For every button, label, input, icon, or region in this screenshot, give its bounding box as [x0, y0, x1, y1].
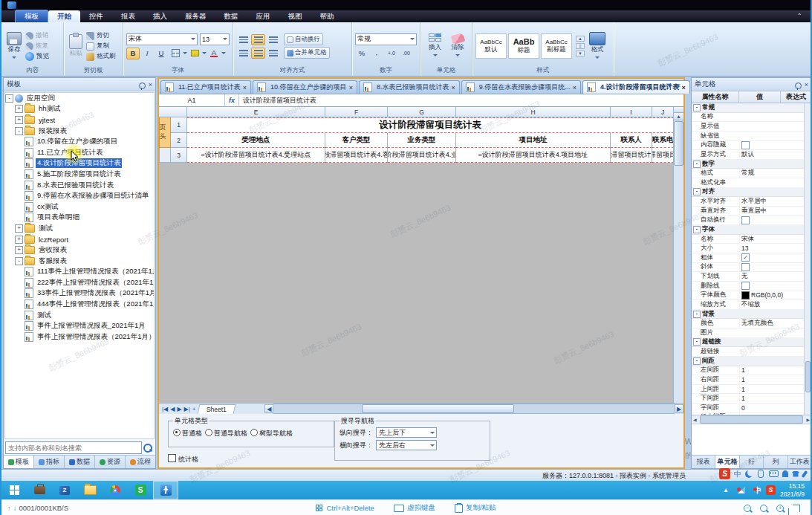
tree-item[interactable]: 111事件上报管理情况报表（2021年1月） [5, 267, 154, 278]
tree-item[interactable]: 222事件上报管理情况报表（2021年1月）1 [5, 277, 154, 288]
decrease-decimal-button[interactable]: .00 [400, 48, 413, 59]
tab-indicator[interactable]: 指标 [34, 456, 65, 468]
zoom-in-icon[interactable]: + [776, 505, 784, 512]
close-icon[interactable]: × [681, 84, 685, 91]
increase-decimal-button[interactable]: +.0 [385, 48, 398, 59]
property-row[interactable]: 名称 [692, 113, 811, 123]
col-expression[interactable]: 表达式 [781, 91, 811, 103]
radio-tree-nav-cell[interactable]: 树型导航格 [250, 428, 293, 438]
vertical-search-select[interactable]: 先上后下 [376, 427, 437, 438]
ribbon-tab-widgets[interactable]: 控件 [80, 10, 112, 22]
cell-header[interactable]: 业务类型 [388, 133, 456, 148]
taskbar-clock[interactable]: 15:15 2021/6/9 [780, 482, 805, 498]
expander-icon[interactable]: + [15, 224, 23, 233]
cell-header[interactable]: 项目地址 [456, 133, 611, 148]
formula-input[interactable]: 设计阶段滞留项目统计表 [239, 96, 316, 106]
font-size-combo[interactable]: 13 [200, 33, 230, 45]
checkbox[interactable] [741, 282, 750, 290]
scroll-thumb[interactable] [805, 361, 811, 392]
tree-item[interactable]: 444事件上报管理情况报表（2021年1月） [5, 299, 154, 310]
sogou-logo-icon[interactable]: S [719, 468, 730, 479]
virtual-keyboard-button[interactable]: 虚拟键盘 [394, 503, 435, 513]
tree-item-root[interactable]: -应用空间 [5, 93, 154, 104]
tree-item[interactable]: 事件上报管理情况报表_2021年1月 [5, 320, 154, 331]
close-icon[interactable]: × [573, 84, 576, 91]
close-document-icon[interactable]: × [677, 82, 681, 89]
percent-button[interactable]: % [355, 48, 368, 59]
column-header[interactable]: J [652, 107, 674, 117]
taskbar-explorer[interactable] [77, 481, 103, 499]
tree-item[interactable]: 33事件上报管理情况报表（2021年1月） [5, 288, 154, 299]
ribbon-tab-help[interactable]: 帮助 [311, 10, 343, 22]
sheet-last-icon[interactable]: ▶| [184, 406, 190, 412]
align-center-button[interactable] [251, 48, 265, 59]
merge-cells-button[interactable]: 合并单元格 [284, 47, 330, 59]
doc-tab[interactable]: 10.停留在立户步骤的项目× [253, 80, 357, 94]
search-input[interactable] [5, 441, 142, 454]
property-row[interactable]: 下划线无 [692, 272, 811, 282]
ribbon-tab-insert[interactable]: 插入 [144, 10, 176, 22]
close-icon[interactable]: × [349, 84, 353, 91]
ribbon-tab-report[interactable]: 报表 [112, 10, 144, 22]
tree-item[interactable]: -客服报表 [5, 256, 154, 267]
doc-tab[interactable]: 11.已立户项目统计表× [160, 80, 251, 94]
tree-item[interactable]: +营收报表 [5, 244, 154, 256]
cell-formula[interactable]: =设计阶段滞留项目统计表4.受理站点 [187, 148, 325, 163]
property-row[interactable]: 颜色无填充颜色 [692, 319, 811, 328]
property-row[interactable]: 左间距1 [692, 366, 811, 376]
style-subtitle[interactable]: AaBbCc副标题 [541, 33, 572, 59]
property-row[interactable]: 显示方式默认 [692, 150, 811, 160]
taskbar-powershell[interactable]: Z [52, 481, 77, 499]
horizontal-search-select[interactable]: 先左后右 [376, 440, 437, 450]
scroll-right-icon[interactable]: ▶ [805, 417, 811, 422]
tab-row[interactable]: 行 [740, 456, 764, 468]
zoom-out-icon[interactable]: − [744, 505, 751, 512]
property-row[interactable]: 字体颜色RGB(0,0,0) [692, 291, 811, 301]
sheet-next-icon[interactable]: ▶ [177, 406, 181, 412]
col-property-name[interactable]: 属性名称 [692, 91, 739, 103]
stat-cell-checkbox[interactable]: 统计格 [168, 453, 198, 464]
styles-scroll-thumb[interactable]: ≡ [576, 43, 585, 49]
align-left-button[interactable] [236, 48, 250, 59]
scroll-left-icon[interactable]: ◀ [264, 404, 273, 413]
tree-item-selected[interactable]: 4.设计阶段滞留项目统计表 [5, 158, 154, 169]
styles-scroll-up[interactable]: ▲ [576, 36, 585, 42]
tree-item[interactable]: +lczReport [5, 234, 154, 245]
scroll-thumb[interactable] [362, 404, 514, 413]
cell-title[interactable]: 设计阶段滞留项目统计表 [187, 117, 674, 133]
start-button[interactable] [1, 481, 27, 499]
doc-tab[interactable]: 8.水表已报验项目统计表× [359, 80, 460, 94]
property-row[interactable]: 自动换行 [692, 216, 811, 226]
search-button[interactable] [142, 441, 154, 454]
taskbar-toolbox[interactable] [27, 481, 52, 499]
copy-button[interactable]: 复制 [85, 42, 117, 51]
tab-worksheet[interactable]: 工作表 [788, 456, 811, 468]
property-section[interactable]: -超链接 [692, 338, 811, 348]
ribbon-tab-server[interactable]: 服务器 [176, 10, 215, 22]
font-color-button[interactable]: A [207, 48, 221, 59]
bold-button[interactable]: B [126, 48, 140, 59]
underline-button[interactable]: U [155, 48, 168, 59]
taskbar-s-app[interactable]: S [128, 481, 153, 499]
cell-header[interactable]: 联系人 [611, 133, 652, 148]
expander-icon[interactable]: + [15, 116, 23, 124]
align-top-button[interactable] [236, 34, 250, 45]
row-header[interactable]: 2 [171, 133, 187, 148]
expander-icon[interactable]: - [5, 94, 13, 103]
format-painter-button[interactable]: 格式刷 [85, 52, 117, 61]
expander-icon[interactable]: + [15, 246, 23, 254]
sheet-tab[interactable]: Sheet1 [198, 404, 236, 414]
split-handle[interactable] [674, 107, 683, 113]
tree-item[interactable]: 项目表单明细 [5, 213, 154, 224]
skin-icon[interactable] [792, 471, 799, 477]
cell-header[interactable]: 联系电 [652, 133, 674, 148]
col-value[interactable]: 值 [739, 91, 781, 103]
tree-item[interactable]: 5.施工阶段滞留项目统计表 [5, 169, 154, 180]
zoom-reset-icon[interactable] [760, 505, 767, 512]
moon-icon[interactable] [745, 470, 753, 478]
cell-formula[interactable]: 段滞留项目统 [652, 148, 674, 163]
close-icon[interactable]: × [149, 81, 152, 88]
property-row[interactable]: 格式化串 [692, 178, 811, 188]
tree-item[interactable]: 11.已立户项目统计表 [5, 147, 154, 158]
property-row[interactable]: 上间距1 [692, 385, 811, 395]
